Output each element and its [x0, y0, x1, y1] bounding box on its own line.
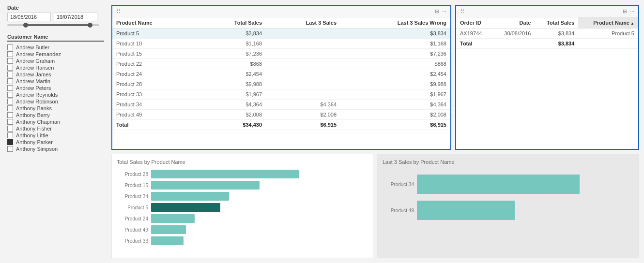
bar-container: [151, 236, 368, 245]
right-table-foot: Total $3,834: [456, 39, 638, 49]
table-cell: Product 28: [112, 79, 197, 89]
table-cell: $1,168: [340, 39, 450, 49]
right-footer-empty: [492, 39, 535, 49]
right-bar-container: [417, 201, 634, 220]
customer-checkbox[interactable]: [7, 44, 13, 50]
customer-checkbox[interactable]: [7, 65, 13, 71]
customer-label: Andrew Reynolds: [16, 92, 58, 98]
bar-row: Product 24: [117, 214, 368, 223]
main-content: ⠿ ⊞ ··· Product Name Total Sales Last 3 …: [111, 0, 644, 263]
right-bar-fill: [417, 201, 515, 220]
table-cell: Product 49: [112, 110, 197, 120]
customer-item[interactable]: Andrew Graham: [7, 58, 104, 64]
customer-item[interactable]: Anthony Parker: [7, 139, 104, 145]
left-table-scroll[interactable]: Product Name Total Sales Last 3 Sales La…: [112, 17, 450, 149]
date-start-input[interactable]: [7, 13, 51, 21]
customer-checkbox[interactable]: [7, 99, 13, 104]
left-panel-drag-icon: ⠿: [116, 8, 121, 15]
bar-fill: [151, 181, 260, 190]
left-table-foot: Total $34,430 $6,915 $6,915: [112, 120, 450, 130]
customer-checkbox[interactable]: [7, 58, 13, 64]
table-cell: $2,008: [197, 110, 266, 120]
bar-fill: [151, 236, 184, 245]
customer-checkbox[interactable]: [7, 78, 13, 84]
bar-container: [151, 214, 368, 223]
customer-label: Anthony Fisher: [16, 126, 52, 132]
right-bar-label: Product 34: [383, 182, 414, 187]
date-slider-track[interactable]: [7, 24, 99, 26]
customer-item[interactable]: Andrew Peters: [7, 85, 104, 91]
customer-item[interactable]: Andrew Fernandez: [7, 51, 104, 57]
table-cell: $868: [340, 59, 450, 69]
customer-item[interactable]: Anthony Banks: [7, 105, 104, 111]
bar-row: Product 5: [117, 203, 368, 212]
customer-checkbox[interactable]: [7, 105, 13, 111]
customer-label: Andrew Peters: [16, 85, 51, 91]
bar-row: Product 15: [117, 181, 368, 190]
bar-row: Product 33: [117, 236, 368, 245]
top-row: ⠿ ⊞ ··· Product Name Total Sales Last 3 …: [111, 5, 639, 150]
customer-checkbox[interactable]: [7, 85, 13, 91]
right-chart-title: Last 3 Sales by Product Name: [383, 159, 634, 165]
table-cell: $2,008: [266, 110, 340, 120]
table-cell: Product 10: [112, 39, 197, 49]
table-cell: $9,988: [197, 79, 266, 89]
left-panel-icons: ⊞ ···: [435, 8, 446, 15]
customer-item[interactable]: Andrew James: [7, 72, 104, 77]
customer-checkbox[interactable]: [7, 146, 13, 152]
customer-item[interactable]: Andrew Martin: [7, 78, 104, 84]
customer-item[interactable]: Anthony Fisher: [7, 126, 104, 132]
table-cell: $4,364: [197, 100, 266, 110]
customer-checkbox[interactable]: [7, 112, 13, 118]
customer-checkbox[interactable]: [7, 51, 13, 57]
customer-item[interactable]: Anthony Little: [7, 132, 104, 138]
left-chart-panel: Total Sales by Product Name Product 28Pr…: [111, 154, 373, 258]
date-slider-thumb-right[interactable]: [88, 23, 92, 28]
table-cell: [266, 49, 340, 59]
expand-icon[interactable]: ⊞: [435, 8, 439, 15]
table-cell: Product 24: [112, 69, 197, 79]
table-cell: Product 34: [112, 100, 197, 110]
customer-label: Andrew Graham: [16, 58, 55, 64]
right-bar-fill: [417, 175, 580, 194]
customer-checkbox[interactable]: [7, 72, 13, 77]
table-cell: $7,236: [197, 49, 266, 59]
right-bar-chart: Product 34Product 49: [383, 170, 634, 220]
table-row: Product 34$4,364$4,364$4,364: [112, 100, 450, 110]
table-cell: Product 5: [112, 29, 197, 39]
left-panel-header: ⠿ ⊞ ···: [112, 6, 450, 17]
customer-checkbox[interactable]: [7, 92, 13, 98]
customer-checkbox[interactable]: [7, 119, 13, 125]
right-col-total-sales: Total Sales: [535, 17, 578, 29]
customer-label: Anthony Banks: [16, 105, 52, 111]
right-data-table: Order ID Date Total Sales Product Name A…: [456, 17, 638, 49]
customer-item[interactable]: Andrew Butler: [7, 44, 104, 50]
customer-item[interactable]: Anthony Berry: [7, 112, 104, 118]
right-footer-label: Total: [456, 39, 492, 49]
customer-item[interactable]: Andrew Reynolds: [7, 92, 104, 98]
date-end-input[interactable]: [54, 13, 97, 21]
right-bar-container: [417, 175, 634, 194]
left-table-body: Product 5$3,834$3,834Product 10$1,168$1,…: [112, 29, 450, 120]
table-cell: $7,236: [340, 49, 450, 59]
customer-checkbox[interactable]: [7, 126, 13, 132]
date-slider-thumb-left[interactable]: [23, 23, 28, 28]
table-cell: Product 5: [578, 29, 638, 39]
right-col-product-name[interactable]: Product Name: [578, 17, 638, 29]
left-table-head: Product Name Total Sales Last 3 Sales La…: [112, 17, 450, 29]
customer-item[interactable]: Anthony Simpson: [7, 146, 104, 152]
customer-item[interactable]: Anthony Chapman: [7, 119, 104, 125]
right-more-icon[interactable]: ···: [630, 8, 634, 15]
col-last3-wrong: Last 3 Sales Wrong: [340, 17, 450, 29]
date-inputs: [7, 13, 104, 21]
customer-item[interactable]: Andrew Hansen: [7, 65, 104, 71]
customer-item[interactable]: Andrew Robinson: [7, 99, 104, 104]
more-icon[interactable]: ···: [442, 8, 446, 15]
customer-checkbox[interactable]: [7, 132, 13, 138]
bar-label: Product 28: [117, 172, 148, 177]
customer-section-title: Customer Name: [7, 34, 104, 42]
right-expand-icon[interactable]: ⊞: [623, 8, 627, 15]
footer-last3w: $6,915: [340, 120, 450, 130]
bar-label: Product 5: [117, 205, 148, 210]
customer-checkbox[interactable]: [7, 139, 13, 145]
